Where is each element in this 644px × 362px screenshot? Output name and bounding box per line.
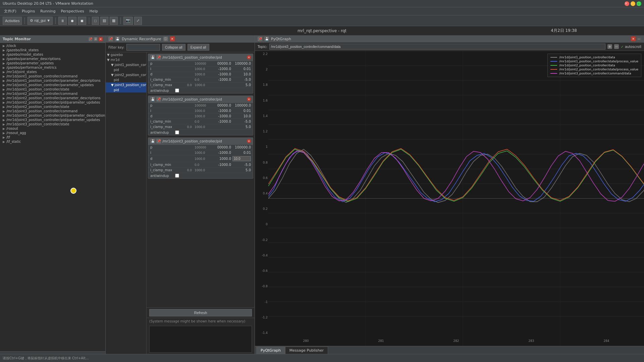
topic-monitor-close[interactable]: ✕	[99, 37, 103, 41]
topic-item-j2-state[interactable]: ▶/mr1d/joint2_position_controller/state	[0, 105, 105, 109]
pqg-topic-input[interactable]	[269, 44, 605, 50]
dr-pin-btn[interactable]: 📌	[108, 37, 113, 41]
topic-item-j3-pid-upd[interactable]: ▶/mr1d/joint3_position_controller/pid/pa…	[0, 118, 105, 122]
menu-perspectives[interactable]: Perspectives	[58, 8, 87, 14]
topic-item-gazebo-perf[interactable]: ▶/gazebo/performance_metrics	[0, 65, 105, 70]
j1-save-icon[interactable]: 💾	[150, 55, 155, 60]
j1-d-val: -1000.0	[213, 72, 231, 76]
dr-info-btn[interactable]: ⓘ	[163, 37, 168, 41]
tab-message-publisher[interactable]: Message Publisher	[285, 347, 328, 354]
menu-running[interactable]: Running	[38, 8, 58, 14]
j2-antiwindup-checkbox[interactable]	[175, 130, 179, 134]
pqg-controls: ✕ —	[631, 37, 641, 41]
pqg-close-btn[interactable]: ✕	[631, 37, 636, 41]
dr-tree-mr1d[interactable]: ▼ mr1d	[106, 57, 146, 62]
topic-scrollbar[interactable]	[0, 351, 105, 354]
close-button[interactable]: ✕	[625, 1, 629, 6]
expand-all-button[interactable]: Expand all	[187, 44, 209, 51]
expand-button[interactable]: ⤢	[134, 17, 142, 25]
j1-close-btn[interactable]: ✕	[247, 55, 251, 59]
layout-btn-3[interactable]: ▦	[110, 17, 118, 25]
toolbar-sep-4	[120, 17, 121, 24]
j3-imin-max: 0.0	[195, 163, 211, 167]
topic-item-j1-param-desc[interactable]: ▶/mr1d/joint1_position_controller/parame…	[0, 78, 105, 83]
menu-help[interactable]: Help	[87, 8, 101, 14]
j2-imin-val2: -5.0	[232, 120, 251, 123]
topic-item-gazebo-param-desc[interactable]: ▶/gazebo/parameter_descriptions	[0, 57, 105, 61]
dr-close-btn[interactable]: ✕	[170, 37, 175, 41]
topic-item-j1-cmd[interactable]: ▶/mr1d/joint1_position_controller/comman…	[0, 74, 105, 78]
screenshot-button[interactable]: 📷	[123, 17, 133, 25]
dr-tree-j3-pid[interactable]: pid	[106, 87, 146, 93]
window-controls: ✕ − □	[625, 1, 641, 6]
minimize-button[interactable]: −	[631, 1, 635, 6]
layout-btn-2[interactable]: ▤	[100, 17, 108, 25]
topic-item-j1-state[interactable]: ▶/mr1d/joint1_position_controller/state	[0, 87, 105, 92]
rqt-gui-button[interactable]: ⚙ rqt_gui ▼	[28, 17, 53, 25]
topic-item-gazebo-param-upd[interactable]: ▶/gazebo/parameter_updates	[0, 61, 105, 65]
topic-monitor-menu[interactable]: ☰	[94, 37, 98, 41]
legend-j2-state: /mr1d/joint2_position_controller/state/p…	[550, 67, 638, 71]
dr-tree-gazebo[interactable]: ▼ gazebo	[106, 52, 146, 57]
topic-item-gazebo-model[interactable]: ▶/gazebo/model_states	[0, 52, 105, 57]
j1-imin-val: -1000.0	[213, 78, 231, 81]
j3-iclamp-min-label: i_clamp_min	[150, 163, 174, 167]
record-button[interactable]: ⏺	[68, 17, 76, 25]
pqg-topic-collapse-btn[interactable]: —	[614, 44, 619, 49]
topic-item-j2-cmd[interactable]: ▶/mr1d/joint2_position_controller/comman…	[0, 92, 105, 96]
topic-monitor-pin[interactable]: 📌	[89, 37, 93, 41]
collapse-all-button[interactable]: Collapse all	[162, 44, 185, 51]
j2-pin-icon[interactable]: 📌	[156, 97, 161, 102]
pqg-topic-expand-btn[interactable]: ⊕	[607, 44, 612, 49]
topic-item-gazebo-link[interactable]: ▶/gazebo/link_states	[0, 48, 105, 52]
activities-button[interactable]: Activities	[3, 17, 22, 25]
j3-d-edit[interactable]	[232, 156, 251, 161]
topic-item-mr1d-joints[interactable]: ▶/mr1d/joint_states	[0, 70, 105, 74]
refresh-button[interactable]: Refresh	[149, 309, 252, 316]
topic-item-j3-state[interactable]: ▶/mr1d/joint3_position_controller/state	[0, 122, 105, 126]
j3-close-btn[interactable]: ✕	[247, 139, 251, 143]
j1-p-label: p	[150, 62, 174, 65]
pqg-pin-btn[interactable]: 📌	[258, 37, 262, 41]
pause-button[interactable]: ⏸	[58, 17, 67, 25]
menu-file[interactable]: 文件(F)	[1, 8, 19, 14]
pqg-topic-label: Topic:	[258, 45, 267, 49]
j2-close-btn[interactable]: ✕	[247, 97, 251, 101]
j2-save-icon[interactable]: 💾	[150, 97, 155, 102]
j2-imax-max: 1000.0	[195, 125, 211, 129]
layout-btn-1[interactable]: □	[92, 17, 99, 25]
j2-d-max: 1000.0	[195, 115, 211, 118]
graph-area[interactable]: 2.2 2 1.8 1.6 1.4 1.2 1 0.8 0.6 0.4 0.2 …	[255, 51, 644, 346]
j1-iclamp-max-row: i_clamp_max 0.0 1000.0 5.0	[148, 82, 253, 88]
dr-tree-j2-pid[interactable]: pid	[106, 77, 146, 82]
topic-item-rosout-agg[interactable]: ▶/rosout_agg	[0, 131, 105, 135]
j3-antiwindup-checkbox[interactable]	[175, 174, 179, 178]
maximize-button[interactable]: □	[637, 1, 641, 6]
dr-tree-j1-pid[interactable]: pid	[106, 67, 146, 72]
topic-item-clock[interactable]: ▶/clock	[0, 44, 105, 48]
j3-save-icon[interactable]: 💾	[150, 139, 155, 143]
filter-input[interactable]	[126, 44, 160, 51]
topic-item-j2-param-desc[interactable]: ▶/mr1d/joint2_position_controller/parame…	[0, 96, 105, 100]
dr-save-btn[interactable]: 💾	[115, 37, 120, 41]
dr-tree-j3[interactable]: ▼ joint3_position_controller	[106, 82, 146, 87]
dr-tree-j1[interactable]: ▼ joint1_position_controller	[106, 62, 146, 67]
j3-pin-icon[interactable]: 📌	[156, 139, 161, 143]
legend-j3-data: /mr1d/joint3_position_controller/command…	[550, 71, 638, 75]
j1-pin-icon[interactable]: 📌	[156, 55, 161, 60]
menu-plugins[interactable]: Plugins	[19, 8, 38, 14]
dr-controls: Filter key: Collapse all Expand all	[106, 43, 255, 52]
pqg-min-btn[interactable]: —	[637, 37, 641, 41]
topic-item-tf[interactable]: ▶/tf	[0, 135, 105, 139]
topic-item-j3-pid-desc[interactable]: ▶/mr1d/joint3_position_controller/pid/pa…	[0, 113, 105, 118]
topic-item-rosout[interactable]: ▶/rosout	[0, 126, 105, 131]
topic-item-j3-cmd[interactable]: ▶/mr1d/joint3_position_controller/comman…	[0, 109, 105, 113]
topic-item-j2-pid-upd[interactable]: ▶/mr1d/joint2_position_controller/pid/pa…	[0, 100, 105, 105]
topic-item-j1-param-upd[interactable]: ▶/mr1d/joint1_position_controller/parame…	[0, 83, 105, 87]
dr-tree-j2[interactable]: ▼ joint2_position_controller	[106, 72, 146, 77]
tab-pyqtgraph[interactable]: PyQtGraph	[256, 347, 285, 354]
j1-antiwindup-checkbox[interactable]	[175, 88, 179, 93]
topic-item-tf-static[interactable]: ▶/tf_static	[0, 139, 105, 144]
stop-button[interactable]: ⏹	[78, 17, 86, 25]
pqg-save-btn[interactable]: 💾	[264, 37, 269, 41]
